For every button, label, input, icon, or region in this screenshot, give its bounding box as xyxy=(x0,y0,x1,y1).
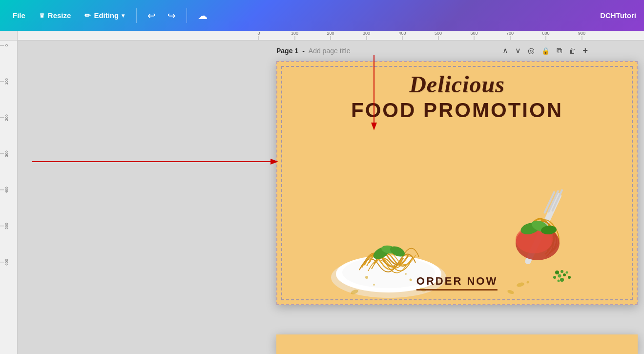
svg-point-6 xyxy=(365,276,368,279)
svg-point-23 xyxy=(558,274,561,278)
page-controls: ∧ ∨ ◎ 🔒 ⧉ 🗑 + xyxy=(500,44,590,57)
resize-button[interactable]: ♛ Resize xyxy=(34,8,76,22)
ruler-top-inner: 0100200300400500600700800900 xyxy=(18,31,644,40)
chevron-down-icon: ▾ xyxy=(122,12,125,19)
ruler-left: 0100200300400500600 xyxy=(0,41,18,354)
editing-button[interactable]: ✏ Editing ▾ xyxy=(80,8,129,23)
lock-icon: 🔒 xyxy=(541,47,550,55)
undo-button[interactable]: ↩ xyxy=(144,7,160,24)
bottom-page-strip xyxy=(276,334,638,354)
copy-icon: ⧉ xyxy=(557,46,562,55)
page-lock-button[interactable]: 🔒 xyxy=(540,45,552,56)
divider-1 xyxy=(136,8,137,23)
svg-point-21 xyxy=(555,271,559,274)
file-button[interactable]: File xyxy=(8,8,30,22)
down-icon: ∨ xyxy=(515,46,521,55)
svg-point-28 xyxy=(560,278,564,282)
ruler-corner xyxy=(0,31,18,41)
svg-point-9 xyxy=(405,273,407,275)
ruler-top: 0100200300400500600700800900 xyxy=(18,31,644,41)
divider-2 xyxy=(187,8,187,23)
page-down-button[interactable]: ∨ xyxy=(513,45,523,56)
page-copy-button[interactable]: ⧉ xyxy=(555,45,564,56)
up-icon: ∧ xyxy=(502,46,508,55)
page-up-button[interactable]: ∧ xyxy=(500,45,510,56)
svg-point-25 xyxy=(553,276,556,279)
file-label: File xyxy=(13,11,25,20)
svg-point-31 xyxy=(507,289,515,294)
page-add-button[interactable]: + xyxy=(581,44,590,57)
redo-icon: ↪ xyxy=(167,10,176,21)
redo-button[interactable]: ↪ xyxy=(164,7,180,24)
pencil-icon: ✏ xyxy=(84,11,91,20)
page-label: Page 1 xyxy=(276,47,298,55)
add-icon: + xyxy=(582,45,588,55)
design-canvas: Delicious FOOD PROMOTION xyxy=(276,61,638,305)
svg-point-24 xyxy=(563,273,566,276)
svg-point-26 xyxy=(566,271,568,274)
resize-label: Resize xyxy=(48,11,71,20)
page-delete-button[interactable]: 🗑 xyxy=(567,45,578,56)
svg-point-32 xyxy=(527,281,529,284)
svg-point-8 xyxy=(373,284,375,286)
page-eye-button[interactable]: ◎ xyxy=(526,45,537,56)
cloud-button[interactable]: ☁ xyxy=(194,7,211,24)
delete-icon: 🗑 xyxy=(569,47,576,55)
add-page-title[interactable]: Add page title xyxy=(309,47,351,55)
food-title-script: Delicious xyxy=(409,71,505,98)
order-now-button[interactable]: ORDER NOW xyxy=(416,275,498,291)
editing-label: Editing xyxy=(94,11,119,20)
svg-point-27 xyxy=(568,276,571,279)
undo-icon: ↩ xyxy=(147,10,156,21)
food-design: Delicious FOOD PROMOTION xyxy=(277,62,637,304)
brand-name: DCHTutori xyxy=(600,11,636,20)
svg-point-7 xyxy=(410,279,412,281)
svg-point-22 xyxy=(561,270,563,273)
page-label-bar: Page 1 - Add page title ∧ ∨ ◎ 🔒 ⧉ 🗑 xyxy=(276,44,590,57)
food-title-block: FOOD PROMOTION xyxy=(351,99,563,122)
crown-icon: ♛ xyxy=(39,12,45,19)
page-separator: - xyxy=(302,47,305,55)
svg-point-30 xyxy=(516,282,525,288)
svg-point-29 xyxy=(558,280,560,282)
toolbar: File ♛ Resize ✏ Editing ▾ ↩ ↪ ☁ DCHTutor… xyxy=(0,0,644,31)
cloud-icon: ☁ xyxy=(198,10,208,21)
canvas-area: Page 1 - Add page title ∧ ∨ ◎ 🔒 ⧉ 🗑 xyxy=(18,41,644,354)
eye-icon: ◎ xyxy=(528,46,535,55)
